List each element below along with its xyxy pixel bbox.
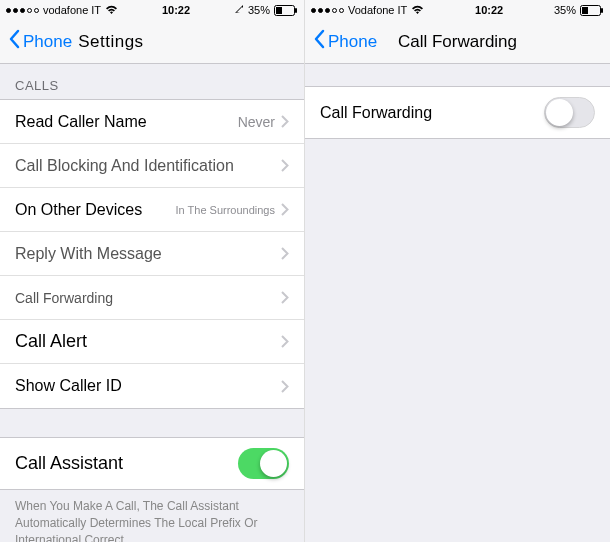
signal-dots-icon	[311, 8, 344, 13]
row-other-devices[interactable]: On Other Devices In The Surroundings	[0, 188, 304, 232]
chevron-right-icon	[281, 291, 289, 304]
row-label: Call Alert	[15, 331, 87, 352]
row-call-forwarding[interactable]: Call Forwarding	[0, 276, 304, 320]
call-assistant-toggle[interactable]	[238, 448, 289, 479]
row-label: Call Forwarding	[15, 290, 113, 306]
nav-bar: Phone Settings	[0, 20, 304, 64]
row-call-assistant: Call Assistant	[0, 438, 304, 489]
battery-icon	[580, 5, 604, 16]
row-read-caller-name[interactable]: Read Caller Name Never	[0, 100, 304, 144]
wifi-icon	[105, 5, 118, 15]
row-label: Call Forwarding	[320, 104, 432, 122]
svg-rect-2	[295, 8, 297, 13]
nav-bar: Phone Call Forwarding	[305, 20, 610, 64]
group-call-forwarding: Call Forwarding	[305, 86, 610, 139]
row-call-blocking[interactable]: Call Blocking And Identification	[0, 144, 304, 188]
back-label: Phone	[328, 32, 377, 52]
svg-rect-4	[582, 7, 588, 14]
row-detail: In The Surroundings	[176, 204, 275, 216]
signal-dots-icon	[6, 8, 39, 13]
status-left: vodafone IT	[6, 4, 118, 16]
row-label: Reply With Message	[15, 245, 162, 263]
chevron-right-icon	[281, 203, 289, 216]
svg-rect-5	[601, 8, 603, 13]
left-screen: vodafone IT 10:22 35% P	[0, 0, 305, 542]
row-label: Call Assistant	[15, 453, 123, 474]
section-header-calls: CALLS	[0, 64, 304, 99]
content: Call Forwarding	[305, 64, 610, 542]
chevron-left-icon	[313, 29, 325, 54]
nav-arrow-icon	[234, 4, 244, 16]
row-call-alert[interactable]: Call Alert	[0, 320, 304, 364]
row-label: Show Caller ID	[15, 377, 122, 395]
call-forwarding-toggle[interactable]	[544, 97, 595, 128]
back-button[interactable]: Phone Settings	[8, 29, 144, 54]
page-title: Call Forwarding	[398, 32, 517, 52]
carrier-label: Vodafone IT	[348, 4, 407, 16]
row-show-caller-id[interactable]: Show Caller ID	[0, 364, 304, 408]
status-left: Vodafone IT	[311, 4, 424, 16]
row-reply-with-message[interactable]: Reply With Message	[0, 232, 304, 276]
chevron-right-icon	[281, 247, 289, 260]
battery-pct: 35%	[248, 4, 270, 16]
row-detail: Never	[238, 114, 275, 130]
status-time: 10:22	[162, 4, 190, 16]
chevron-right-icon	[281, 335, 289, 348]
group-calls: Read Caller Name Never Call Blocking And…	[0, 99, 304, 409]
content: CALLS Read Caller Name Never Call Blocki…	[0, 64, 304, 542]
chevron-right-icon	[281, 115, 289, 128]
status-bar: vodafone IT 10:22 35%	[0, 0, 304, 20]
back-label: Phone	[23, 32, 72, 52]
chevron-right-icon	[281, 159, 289, 172]
status-right: 35%	[234, 4, 298, 16]
battery-pct: 35%	[554, 4, 576, 16]
page-title: Settings	[78, 32, 143, 52]
status-right: 35%	[554, 4, 604, 16]
chevron-left-icon	[8, 29, 20, 54]
row-call-forwarding-toggle: Call Forwarding	[305, 87, 610, 138]
svg-rect-1	[276, 7, 282, 14]
back-button[interactable]: Phone	[313, 29, 377, 54]
group-assistant: Call Assistant	[0, 437, 304, 490]
assistant-footer-note: When You Make A Call, The Call Assistant…	[0, 490, 304, 542]
status-time: 10:22	[475, 4, 503, 16]
row-label: Read Caller Name	[15, 113, 147, 131]
status-bar: Vodafone IT 10:22 35%	[305, 0, 610, 20]
carrier-label: vodafone IT	[43, 4, 101, 16]
wifi-icon	[411, 5, 424, 15]
battery-icon	[274, 5, 298, 16]
right-screen: Vodafone IT 10:22 35% Phone Call Forwar	[305, 0, 610, 542]
row-label: Call Blocking And Identification	[15, 157, 234, 175]
row-label: On Other Devices	[15, 201, 142, 219]
chevron-right-icon	[281, 380, 289, 393]
